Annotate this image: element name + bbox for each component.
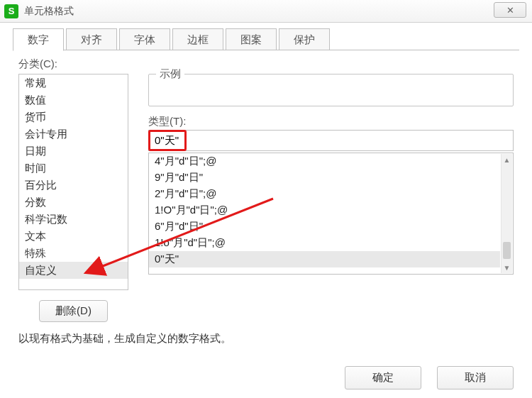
type-list-item[interactable]: 2"月"d"日";@ <box>149 186 500 202</box>
category-item[interactable]: 数值 <box>19 92 128 109</box>
tab-align[interactable]: 对齐 <box>66 28 117 50</box>
window-title: 单元格格式 <box>24 5 74 18</box>
category-listbox[interactable]: 常规 数值 货币 会计专用 日期 时间 百分比 分数 科学记数 文本 特殊 自定… <box>18 74 128 290</box>
title-bar: S 单元格格式 ✕ <box>0 0 532 23</box>
tab-border[interactable]: 边框 <box>172 28 223 50</box>
ok-button[interactable]: 确定 <box>345 366 421 389</box>
type-list-item-selected[interactable]: 0"天" <box>149 251 500 267</box>
scroll-up-icon[interactable]: ▲ <box>501 154 512 165</box>
tab-strip: 数字 对齐 字体 边框 图案 保护 <box>0 23 532 50</box>
type-input-highlight: 0"天" <box>148 130 187 151</box>
category-item[interactable]: 会计专用 <box>19 126 128 143</box>
scroll-thumb[interactable] <box>503 242 511 259</box>
category-item[interactable]: 文本 <box>19 228 128 245</box>
category-label: 分类(C): <box>18 57 514 71</box>
type-input-value[interactable]: 0"天" <box>155 134 179 148</box>
type-list-item[interactable]: 4"月"d"日";@ <box>149 153 500 170</box>
tab-protect[interactable]: 保护 <box>279 28 330 50</box>
cancel-button[interactable]: 取消 <box>437 366 514 389</box>
category-item-selected[interactable]: 自定义 <box>19 262 128 279</box>
category-item[interactable]: 分数 <box>19 194 128 211</box>
tab-underline <box>13 50 519 50</box>
delete-button[interactable]: 删除(D) <box>39 300 108 322</box>
category-item[interactable]: 日期 <box>19 143 128 160</box>
tab-pattern[interactable]: 图案 <box>226 28 277 50</box>
category-item[interactable]: 特殊 <box>19 245 128 262</box>
type-input-row: 0"天" <box>148 130 514 151</box>
type-list-item[interactable]: 1!O"月"d"日";@ <box>149 202 500 219</box>
close-button[interactable]: ✕ <box>494 2 526 18</box>
type-listbox[interactable]: 4"月"d"日";@ 9"月"d"日" 2"月"d"日";@ 1!O"月"d"日… <box>148 153 514 275</box>
dialog-footer: 确定 取消 <box>345 366 514 389</box>
sample-legend: 示例 <box>156 67 184 81</box>
type-list-item[interactable]: 1!o"月"d"日";@ <box>149 235 500 251</box>
category-item[interactable]: 货币 <box>19 109 128 126</box>
category-item[interactable]: 科学记数 <box>19 211 128 228</box>
type-list-item[interactable]: 9"月"d"日" <box>149 170 500 186</box>
app-icon: S <box>4 4 18 18</box>
category-item[interactable]: 时间 <box>19 160 128 177</box>
sample-fieldset: 示例 <box>148 74 514 106</box>
scroll-track[interactable] <box>501 165 512 262</box>
scroll-down-icon[interactable]: ▼ <box>501 262 512 273</box>
content-area: 分类(C): 常规 数值 货币 会计专用 日期 时间 百分比 分数 科学记数 文… <box>0 50 532 346</box>
tab-number[interactable]: 数字 <box>13 28 64 51</box>
tab-font[interactable]: 字体 <box>119 28 170 50</box>
hint-text: 以现有格式为基础，生成自定义的数字格式。 <box>18 332 514 346</box>
type-label: 类型(T): <box>148 115 514 128</box>
category-item[interactable]: 常规 <box>19 74 128 92</box>
scrollbar[interactable]: ▲ ▼ <box>501 154 512 273</box>
type-list-item[interactable]: 6"月"d"日" <box>149 219 500 235</box>
category-item[interactable]: 百分比 <box>19 177 128 194</box>
